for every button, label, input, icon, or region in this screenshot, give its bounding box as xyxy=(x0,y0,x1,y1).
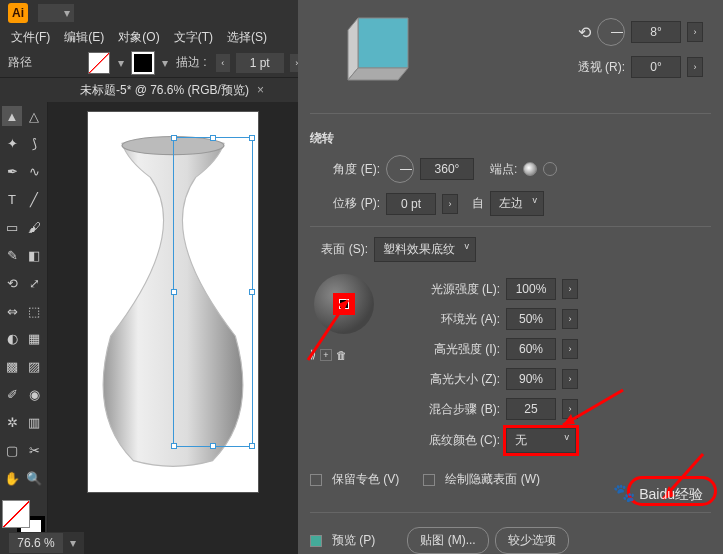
light-sphere[interactable] xyxy=(310,274,380,344)
angle-z-step[interactable]: › xyxy=(687,22,703,42)
offset-step[interactable]: › xyxy=(442,194,458,214)
rotate-tool[interactable]: ⟲ xyxy=(2,273,22,293)
cap-off-button[interactable] xyxy=(543,162,557,176)
draw-hidden-label: 绘制隐藏表面 (W) xyxy=(445,471,540,488)
close-tab-icon[interactable]: × xyxy=(257,83,264,97)
surface-dropdown[interactable]: 塑料效果底纹 xyxy=(374,237,476,262)
document-tab-title: 未标题-5* @ 76.6% (RGB/预览) xyxy=(80,82,249,99)
cap-on-button[interactable] xyxy=(523,162,537,176)
angle-dial-z[interactable] xyxy=(597,18,625,46)
slice-tool[interactable]: ✂ xyxy=(24,440,44,460)
stroke-swatch[interactable] xyxy=(132,52,154,74)
menu-edit[interactable]: 编辑(E) xyxy=(58,26,110,49)
highlight-intensity-input[interactable]: 60% xyxy=(506,338,556,360)
direct-selection-tool[interactable]: △ xyxy=(24,106,44,126)
offset-label: 位移 (P): xyxy=(310,195,380,212)
selection-tool[interactable]: ▲ xyxy=(2,106,22,126)
app-logo: Ai xyxy=(8,3,28,23)
type-tool[interactable]: T xyxy=(2,190,22,210)
fewer-options-button[interactable]: 较少选项 xyxy=(495,527,569,554)
ambient-input[interactable]: 50% xyxy=(506,308,556,330)
symbol-sprayer-tool[interactable]: ✲ xyxy=(2,412,22,432)
selection-bbox[interactable] xyxy=(173,137,253,447)
perspective-tool[interactable]: ▦ xyxy=(24,329,44,349)
magic-wand-tool[interactable]: ✦ xyxy=(2,134,22,154)
cap-label: 端点: xyxy=(490,161,517,178)
rectangle-tool[interactable]: ▭ xyxy=(2,217,22,237)
angle-label: 角度 (E): xyxy=(310,161,380,178)
light-intensity-step[interactable]: › xyxy=(562,279,578,299)
gradient-tool[interactable]: ▨ xyxy=(24,357,44,377)
width-tool[interactable]: ⇔ xyxy=(2,301,22,321)
preserve-spot-label: 保留专色 (V) xyxy=(332,471,399,488)
offset-input[interactable]: 0 pt xyxy=(386,193,436,215)
stroke-width-input[interactable]: 1 pt xyxy=(235,52,285,74)
light-handle[interactable] xyxy=(336,296,352,312)
zoom-tool[interactable]: 🔍 xyxy=(24,468,44,488)
menu-object[interactable]: 对象(O) xyxy=(112,26,165,49)
highlight-size-step[interactable]: › xyxy=(562,369,578,389)
toolbox: ▲ △ ✦ ⟆ ✒ ∿ T ╱ ▭ 🖌 ✎ ◧ ⟲ ⤢ ⇔ ⬚ ◐ ▦ ▩ ▨ … xyxy=(0,102,48,554)
rotate-icon[interactable]: ⟲ xyxy=(578,23,591,42)
highlight-size-input[interactable]: 90% xyxy=(506,368,556,390)
light-intensity-input[interactable]: 100% xyxy=(506,278,556,300)
line-tool[interactable]: ╱ xyxy=(24,190,44,210)
ambient-step[interactable]: › xyxy=(562,309,578,329)
fill-swatch[interactable] xyxy=(88,52,110,74)
blend-steps-label: 混合步骤 (B): xyxy=(408,401,500,418)
map-art-button[interactable]: 贴图 (M)... xyxy=(407,527,488,554)
ambient-label: 环境光 (A): xyxy=(408,311,500,328)
revolve-angle-input[interactable]: 360° xyxy=(420,158,474,180)
lasso-tool[interactable]: ⟆ xyxy=(24,134,44,154)
watermark: 🐾 Baidu经验 xyxy=(613,482,703,504)
angle-z-input[interactable]: 8° xyxy=(631,21,681,43)
shaper-tool[interactable]: ✎ xyxy=(2,245,22,265)
hand-tool[interactable]: ✋ xyxy=(2,468,22,488)
eyedropper-tool[interactable]: ✐ xyxy=(2,385,22,405)
curvature-tool[interactable]: ∿ xyxy=(24,162,44,182)
workspace-dropdown[interactable] xyxy=(38,4,74,22)
svg-marker-3 xyxy=(348,68,408,80)
artboard xyxy=(88,112,258,492)
menu-select[interactable]: 选择(S) xyxy=(221,26,273,49)
path-label: 路径 xyxy=(8,54,32,71)
stroke-decrement[interactable]: ‹ xyxy=(215,53,231,73)
paintbrush-tool[interactable]: 🖌 xyxy=(24,217,44,237)
preserve-spot-checkbox[interactable] xyxy=(310,474,322,486)
perspective-input[interactable]: 0° xyxy=(631,56,681,78)
perspective-label: 透视 (R): xyxy=(578,59,625,76)
artboard-tool[interactable]: ▢ xyxy=(2,440,22,460)
preview-checkbox[interactable] xyxy=(310,535,322,547)
blend-steps-step[interactable]: › xyxy=(562,399,578,419)
shape-builder-tool[interactable]: ◐ xyxy=(2,329,22,349)
blend-tool[interactable]: ◉ xyxy=(24,385,44,405)
stroke-label: 描边 : xyxy=(176,54,207,71)
preview-label: 预览 (P) xyxy=(332,532,375,549)
blend-steps-input[interactable]: 25 xyxy=(506,398,556,420)
status-bar: 76.6 % ▾ xyxy=(0,532,84,554)
highlight-intensity-step[interactable]: › xyxy=(562,339,578,359)
new-light-icon[interactable]: + xyxy=(320,349,332,361)
column-graph-tool[interactable]: ▥ xyxy=(24,412,44,432)
free-transform-tool[interactable]: ⬚ xyxy=(24,301,44,321)
draw-hidden-checkbox[interactable] xyxy=(423,474,435,486)
eraser-tool[interactable]: ◧ xyxy=(24,245,44,265)
back-light-icon[interactable]: ⟫ xyxy=(310,348,316,361)
perspective-step[interactable]: › xyxy=(687,57,703,77)
3d-preview-cube xyxy=(328,8,448,88)
delete-light-icon[interactable]: 🗑 xyxy=(336,349,347,361)
svg-marker-1 xyxy=(358,18,408,68)
shade-color-dropdown[interactable]: 无 xyxy=(506,428,576,453)
scale-tool[interactable]: ⤢ xyxy=(24,273,44,293)
zoom-input[interactable]: 76.6 % xyxy=(8,532,64,554)
surface-label: 表面 (S): xyxy=(310,241,368,258)
mesh-tool[interactable]: ▩ xyxy=(2,357,22,377)
menu-file[interactable]: 文件(F) xyxy=(5,26,56,49)
from-label: 自 xyxy=(472,195,484,212)
highlight-intensity-label: 高光强度 (I): xyxy=(408,341,500,358)
revolve-section-title: 绕转 xyxy=(310,130,711,147)
revolve-angle-dial[interactable] xyxy=(386,155,414,183)
menu-type[interactable]: 文字(T) xyxy=(168,26,219,49)
from-edge-dropdown[interactable]: 左边 xyxy=(490,191,544,216)
pen-tool[interactable]: ✒ xyxy=(2,162,22,182)
